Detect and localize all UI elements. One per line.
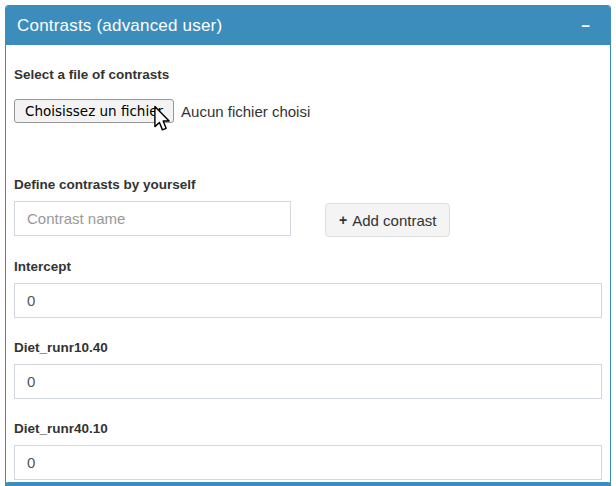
coefficient-input-diet-runr40-10[interactable] bbox=[14, 445, 602, 480]
contrasts-panel: Contrasts (advanced user) − Select a fil… bbox=[5, 5, 611, 486]
coefficient-label: Diet_runr40.10 bbox=[14, 421, 602, 437]
contrast-field-diet-runr10-40: Diet_runr10.40 bbox=[14, 340, 602, 399]
define-section-label: Define contrasts by yourself bbox=[14, 177, 602, 193]
define-contrast-row: + Add contrast bbox=[14, 201, 602, 237]
file-section-label: Select a file of contrasts bbox=[14, 67, 602, 83]
coefficient-input-intercept[interactable] bbox=[14, 283, 602, 318]
coefficient-label: Diet_runr10.40 bbox=[14, 340, 602, 356]
contrast-name-input[interactable] bbox=[14, 201, 291, 236]
browse-file-button[interactable]: Choisissez un fichier bbox=[14, 99, 174, 123]
collapse-minus-icon[interactable]: − bbox=[577, 16, 594, 35]
next-panel-header-edge bbox=[5, 482, 611, 486]
add-contrast-button[interactable]: + Add contrast bbox=[325, 203, 450, 237]
contrast-field-intercept: Intercept bbox=[14, 259, 602, 318]
add-contrast-label: Add contrast bbox=[352, 212, 436, 229]
plus-icon: + bbox=[339, 213, 347, 227]
file-status-text: Aucun fichier choisi bbox=[181, 103, 310, 120]
file-input: Choisissez un fichier Aucun fichier choi… bbox=[14, 99, 602, 123]
coefficient-input-diet-runr10-40[interactable] bbox=[14, 364, 602, 399]
panel-title: Contrasts (advanced user) bbox=[17, 16, 222, 36]
coefficient-label: Intercept bbox=[14, 259, 602, 275]
contrast-field-diet-runr40-10: Diet_runr40.10 bbox=[14, 421, 602, 480]
panel-body: Select a file of contrasts Choisissez un… bbox=[6, 45, 610, 486]
panel-header: Contrasts (advanced user) − bbox=[6, 6, 610, 45]
